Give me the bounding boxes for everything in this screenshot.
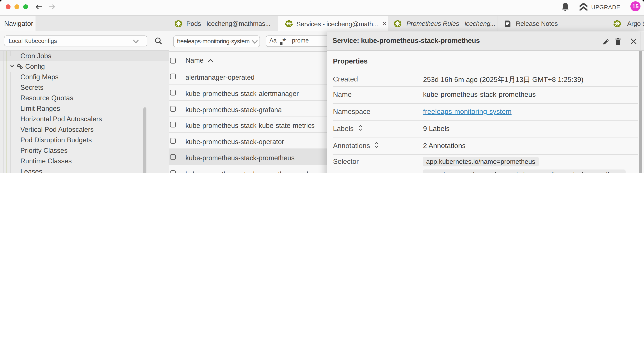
- svg-text:*: *: [282, 38, 286, 45]
